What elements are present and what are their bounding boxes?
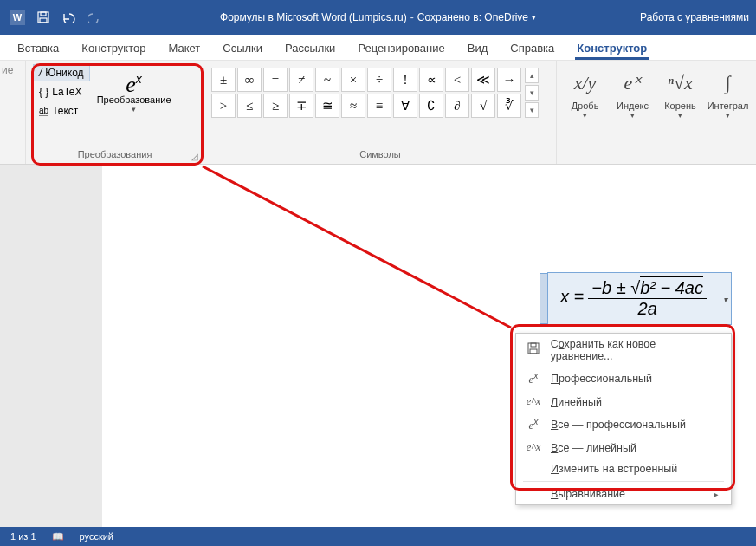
symbol-button[interactable]: ∁ [419, 94, 443, 118]
ex-icon: ex [95, 69, 173, 94]
symbol-button[interactable]: ~ [315, 68, 339, 92]
menu-item[interactable]: e^xВсе — линейный [516, 437, 731, 458]
menu-item[interactable]: Изменить на встроенный [516, 458, 731, 479]
tab-references[interactable]: Ссылки [221, 38, 264, 60]
symbol-button[interactable]: ± [211, 68, 236, 92]
saved-location[interactable]: Сохранено в: OneDrive [417, 11, 528, 23]
menu-item[interactable]: Выравнивание [516, 484, 731, 504]
undo-button[interactable] [59, 7, 80, 28]
ribbon-group-conversions: / Юникод { } LaTeX ab Текст ex Преобразо… [26, 61, 204, 164]
symbol-button[interactable]: ∛ [497, 94, 521, 118]
proofing-icon[interactable]: 📖 [52, 531, 64, 543]
equation-options-button[interactable]: ▾ [723, 294, 727, 303]
menu-item[interactable]: Сохранить как новое уравнение... [516, 334, 731, 367]
menu-item[interactable]: e^xЛинейный [516, 391, 731, 413]
redo-button[interactable] [85, 7, 106, 28]
symbol-button[interactable]: ≪ [471, 68, 495, 92]
symbol-button[interactable]: ∓ [289, 94, 313, 118]
symbol-button[interactable]: ÷ [367, 68, 391, 92]
group-label-conversions: Преобразования [33, 146, 197, 162]
context-tab-label: Работа с уравнениями [640, 11, 749, 23]
menu-label: Все — профессиональный [551, 419, 686, 431]
symbol-button[interactable]: = [263, 68, 288, 92]
menu-icon [525, 342, 542, 358]
chevron-down-icon: ▾ [95, 105, 173, 114]
page-indicator[interactable]: 1 из 1 [10, 531, 36, 542]
symbol-button[interactable]: ≈ [341, 94, 365, 118]
symbol-button[interactable]: ≅ [315, 94, 339, 118]
word-logo-icon: W [7, 7, 28, 28]
tab-help[interactable]: Справка [508, 38, 556, 60]
tab-equation-design[interactable]: Конструктор [575, 38, 649, 60]
structure-дробь[interactable]: x/yДробь▾ [564, 66, 606, 146]
menu-label: Сохранить как новое уравнение... [551, 338, 719, 362]
svg-text:W: W [13, 12, 23, 23]
symbol-button[interactable]: ∂ [445, 94, 469, 118]
menu-label: Выравнивание [551, 488, 625, 500]
convert-button[interactable]: ex Преобразование ▾ [95, 64, 173, 146]
menu-label: Изменить на встроенный [551, 463, 677, 475]
dialog-launcher-icon[interactable]: ◿ [191, 152, 202, 162]
chevron-down-icon: ▾ [564, 111, 606, 120]
structure-icon: ⁿ√x [659, 66, 701, 101]
symbol-button[interactable]: ∞ [237, 68, 262, 92]
symbol-button[interactable]: < [445, 68, 469, 92]
quick-access-toolbar: W [7, 7, 106, 28]
tab-review[interactable]: Рецензирование [356, 38, 446, 60]
menu-icon: ex [525, 417, 542, 432]
chevron-down-icon[interactable]: ▾ [532, 13, 536, 22]
tab-mailings[interactable]: Рассылки [283, 38, 337, 60]
structure-корень[interactable]: ⁿ√xКорень▾ [659, 66, 701, 146]
menu-item[interactable]: exПрофессиональный [516, 367, 731, 391]
structure-icon: x/y [564, 66, 606, 101]
ribbon-tabs: Вставка Конструктор Макет Ссылки Рассылк… [0, 35, 756, 61]
symbol-button[interactable]: ≤ [237, 94, 262, 118]
symbol-button[interactable]: √ [471, 94, 495, 118]
svg-rect-4 [40, 18, 47, 23]
page[interactable]: x = −b ± √b² − 4ac 2a ▾ Сохранить как но… [102, 165, 756, 529]
text-icon: ab [39, 106, 48, 116]
symbol-button[interactable]: ≠ [289, 68, 313, 92]
tab-layout[interactable]: Макет [166, 38, 202, 60]
ribbon-group-symbols: ±∞=≠~×÷!∝<≪→ >≤≥∓≅≈≡∀∁∂√∛ ▴ ▾ ▾ Символы [204, 61, 557, 164]
symbol-button[interactable]: → [497, 68, 521, 92]
ribbon: ие / Юникод { } LaTeX ab Текст ex Преобр… [0, 61, 756, 165]
symbol-button[interactable]: × [341, 68, 365, 92]
symbol-button[interactable]: ≡ [367, 94, 391, 118]
language-indicator[interactable]: русский [80, 531, 113, 542]
chevron-down-icon: ▾ [611, 111, 654, 120]
expand-icon: ▾ [525, 102, 539, 118]
svg-rect-3 [41, 12, 46, 16]
equation-denominator: 2a [635, 299, 661, 319]
unicode-button[interactable]: / Юникод [33, 64, 90, 81]
menu-label: Профессиональный [551, 373, 652, 385]
symbols-more[interactable]: ▴ ▾ ▾ [525, 68, 539, 146]
save-icon[interactable] [33, 7, 54, 28]
symbol-button[interactable]: ≥ [263, 94, 288, 118]
menu-icon: ex [525, 371, 542, 387]
structure-индекс[interactable]: eˣИндекс▾ [611, 66, 654, 146]
tab-design[interactable]: Конструктор [80, 38, 147, 60]
equation-object[interactable]: x = −b ± √b² − 4ac 2a ▾ [547, 272, 732, 325]
equation-grip[interactable] [540, 273, 548, 324]
latex-button[interactable]: { } LaTeX [33, 83, 90, 101]
symbol-button[interactable]: ∝ [419, 68, 443, 92]
svg-rect-7 [530, 349, 537, 354]
braces-icon: { } [39, 86, 48, 98]
document-area: x = −b ± √b² − 4ac 2a ▾ Сохранить как но… [0, 165, 756, 529]
ribbon-group-clipped: ие [0, 61, 26, 164]
menu-item[interactable]: exВсе — профессиональный [516, 413, 731, 437]
text-button[interactable]: ab Текст [33, 102, 90, 120]
equation-lhs: x = [560, 287, 584, 306]
tab-insert[interactable]: Вставка [16, 38, 61, 60]
menu-label: Все — линейный [551, 442, 636, 454]
left-gutter [0, 165, 102, 529]
symbol-button[interactable]: ! [393, 68, 417, 92]
svg-rect-6 [531, 343, 536, 347]
symbol-button[interactable]: ∀ [393, 94, 417, 118]
structure-интеграл[interactable]: ∫Интеграл▾ [707, 66, 749, 146]
equation-context-menu: Сохранить как новое уравнение...exПрофес… [515, 333, 732, 505]
symbol-button[interactable]: > [211, 94, 236, 118]
structure-icon: ∫ [707, 66, 749, 101]
tab-view[interactable]: Вид [466, 38, 490, 60]
